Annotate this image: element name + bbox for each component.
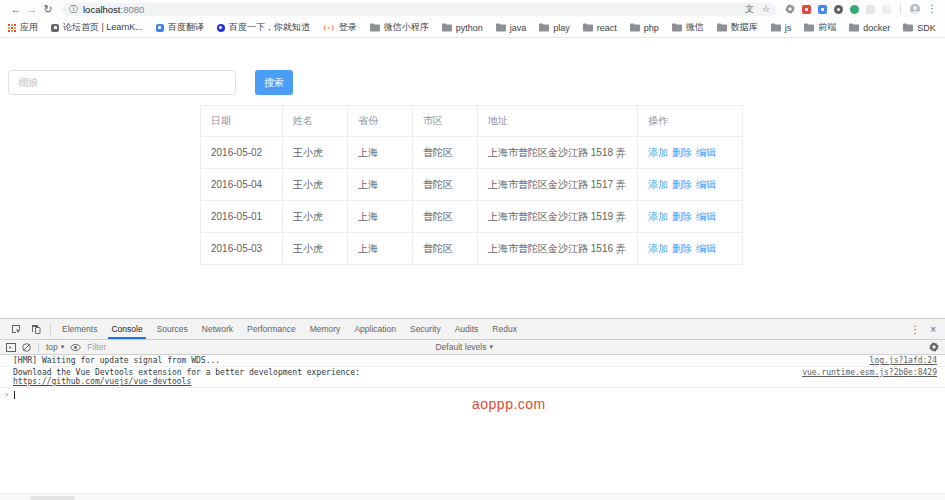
watermark-text: aoppp.com <box>472 396 546 412</box>
folder-icon <box>672 23 682 32</box>
console-source-link[interactable]: vue.runtime.esm.js?2b0e:8429 <box>802 368 937 377</box>
bookmark-folder[interactable]: php <box>630 23 659 33</box>
bookmark-label: java <box>510 23 527 33</box>
device-toolbar-icon[interactable] <box>26 319 46 339</box>
clear-console-icon[interactable] <box>22 343 31 352</box>
bookmark-folder[interactable]: 微信 <box>672 21 704 34</box>
tab-redux[interactable]: Redux <box>485 319 524 339</box>
address-bar[interactable]: ⓘ localhost :8080 文 ☆ <box>62 3 777 16</box>
delete-link[interactable]: 删除 <box>672 242 692 256</box>
profile-avatar[interactable] <box>910 4 920 14</box>
back-icon[interactable]: ← <box>8 0 24 18</box>
gear-extension-icon[interactable] <box>785 4 795 14</box>
bookmark-folder[interactable]: docker <box>849 23 890 33</box>
devtools-menu-icon[interactable]: ⋮ <box>905 319 925 339</box>
grey-extension-icon-2[interactable] <box>882 5 891 14</box>
forward-icon[interactable]: → <box>24 0 40 18</box>
bookmark-label: docker <box>863 23 890 33</box>
header-province: 省份 <box>348 106 413 136</box>
delete-link[interactable]: 删除 <box>672 178 692 192</box>
console-sidebar-icon[interactable] <box>6 343 16 352</box>
blue-extension-icon[interactable] <box>818 5 827 14</box>
bookmark-star-icon[interactable]: ☆ <box>762 5 770 14</box>
log-level-selector[interactable]: Default levels ▾ <box>435 342 493 352</box>
cell-address: 上海市普陀区金沙江路 1516 弄 <box>478 233 638 264</box>
table-row: 2016-05-03 王小虎 上海 普陀区 上海市普陀区金沙江路 1516 弄 … <box>201 233 742 265</box>
tab-console[interactable]: Console <box>104 319 149 339</box>
bookmark-folder[interactable]: 数据库 <box>717 21 758 34</box>
folder-icon <box>804 23 814 32</box>
add-link[interactable]: 添加 <box>648 242 668 256</box>
tab-elements[interactable]: Elements <box>55 319 104 339</box>
bookmark-item-apps[interactable]: 应用 <box>8 21 38 34</box>
bookmark-item[interactable]: 百度一下，你就知道 <box>217 21 310 34</box>
console-url-link[interactable]: https://github.com/vuejs/vue-devtools <box>13 377 191 386</box>
bookmark-label: php <box>644 23 659 33</box>
folder-icon <box>442 23 452 32</box>
tab-audits[interactable]: Audits <box>448 319 486 339</box>
cell-province: 上海 <box>348 137 413 168</box>
bookmark-item[interactable]: 论坛首页 | LearnK... <box>51 21 143 34</box>
bookmark-folder[interactable]: 微信小程序 <box>370 21 429 34</box>
edit-link[interactable]: 编辑 <box>696 178 716 192</box>
cell-city: 普陀区 <box>413 137 478 168</box>
edit-link[interactable]: 编辑 <box>696 146 716 160</box>
green-extension-icon[interactable] <box>850 5 859 14</box>
add-link[interactable]: 添加 <box>648 178 668 192</box>
cell-actions: 添加 删除 编辑 <box>638 233 742 264</box>
tab-network[interactable]: Network <box>195 319 240 339</box>
browser-window: ← → ↻ ⓘ localhost :8080 文 ☆ ⋮ <box>0 0 945 500</box>
tab-application[interactable]: Application <box>347 319 403 339</box>
bookmark-folder[interactable]: 前端 <box>804 21 836 34</box>
bookmark-folder[interactable]: js <box>771 23 792 33</box>
bookmark-item[interactable]: (-) 登录 <box>323 21 357 34</box>
console-message-text: Download the Vue Devtools extension for … <box>13 368 792 386</box>
console-settings-gear-icon[interactable] <box>929 342 939 352</box>
site-info-icon[interactable]: ⓘ <box>69 5 78 14</box>
site-favicon <box>156 24 164 32</box>
bookmark-folder[interactable]: SDK <box>903 23 936 33</box>
eye-icon[interactable] <box>70 344 81 351</box>
log-level-value: Default levels <box>435 342 486 352</box>
bookmark-item[interactable]: 百度翻译 <box>156 21 204 34</box>
bookmark-folder[interactable]: java <box>496 23 527 33</box>
tab-sources[interactable]: Sources <box>150 319 195 339</box>
tab-performance[interactable]: Performance <box>240 319 303 339</box>
delete-link[interactable]: 删除 <box>672 210 692 224</box>
cell-name: 王小虎 <box>283 169 348 200</box>
tab-security[interactable]: Security <box>403 319 448 339</box>
chrome-menu-icon[interactable]: ⋮ <box>927 4 937 14</box>
data-table: 日期 姓名 省份 市区 地址 操作 2016-05-02 王小虎 上海 普陀区 … <box>200 105 743 265</box>
dark-extension-icon[interactable] <box>834 5 843 14</box>
prompt-chevron-icon: › <box>4 390 9 399</box>
console-source-link[interactable]: log.js?1afd:24 <box>870 356 937 365</box>
context-selector[interactable]: top ▾ <box>46 342 64 352</box>
red-extension-icon[interactable] <box>802 5 811 14</box>
add-link[interactable]: 添加 <box>648 210 668 224</box>
delete-link[interactable]: 删除 <box>672 146 692 160</box>
console-message-text: [HMR] Waiting for update signal from WDS… <box>13 356 860 365</box>
bookmark-label: 登录 <box>339 21 357 34</box>
bookmark-folder[interactable]: play <box>539 23 570 33</box>
bookmark-folder[interactable]: react <box>583 23 617 33</box>
add-link[interactable]: 添加 <box>648 146 668 160</box>
translate-icon[interactable]: 文 <box>745 5 754 14</box>
chevron-down-icon: ▾ <box>489 343 493 351</box>
reload-icon[interactable]: ↻ <box>40 0 56 18</box>
devtools-close-icon[interactable]: × <box>925 319 941 339</box>
tab-memory[interactable]: Memory <box>303 319 348 339</box>
search-button[interactable]: 搜索 <box>255 70 293 95</box>
grey-extension-icon[interactable] <box>866 5 875 14</box>
edit-link[interactable]: 编辑 <box>696 210 716 224</box>
search-input[interactable] <box>8 70 236 95</box>
console-filter-input[interactable] <box>87 342 307 352</box>
cell-city: 普陀区 <box>413 201 478 232</box>
console-toolbar: top ▾ Default levels ▾ <box>0 340 945 355</box>
bookmark-label: 微信小程序 <box>384 21 429 34</box>
cell-province: 上海 <box>348 169 413 200</box>
edit-link[interactable]: 编辑 <box>696 242 716 256</box>
bookmark-folder[interactable]: python <box>442 23 483 33</box>
inspect-element-icon[interactable] <box>6 319 26 339</box>
cell-city: 普陀区 <box>413 233 478 264</box>
folder-icon <box>849 23 859 32</box>
